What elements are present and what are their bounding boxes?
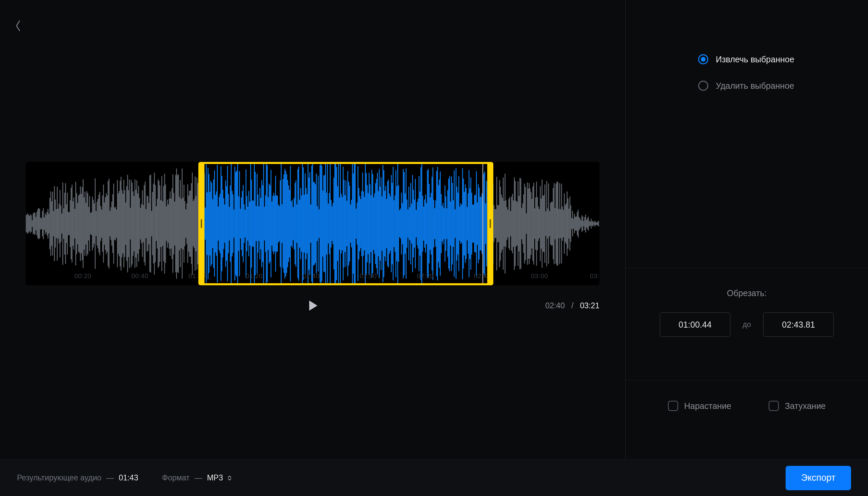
updown-chevron-icon	[227, 475, 232, 481]
radio-circle-icon	[698, 81, 708, 91]
dash: —	[106, 473, 114, 482]
bottom-bar: Результирующее аудио — 01:43 Формат — MP…	[0, 460, 868, 496]
waveform-svg	[26, 162, 599, 285]
result-duration: 01:43	[119, 473, 138, 482]
fade-in-label: Нарастание	[684, 401, 731, 411]
svg-marker-620	[309, 300, 317, 311]
app-root: 00:2000:4001:0001:2001:4002:0002:2002:40…	[0, 0, 868, 496]
chevron-left-icon	[15, 20, 22, 32]
waveform-background: 00:2000:4001:0001:2001:4002:0002:2002:40…	[26, 162, 599, 285]
fade-out-checkbox[interactable]: Затухание	[769, 401, 826, 411]
radio-label: Удалить выбранное	[716, 81, 794, 91]
result-audio-info: Результирующее аудио — 01:43	[17, 473, 138, 482]
time-readout: 02:40 / 03:21	[545, 301, 599, 310]
transport-bar: 02:40 / 03:21	[26, 295, 599, 316]
radio-label: Извлечь выбранное	[716, 55, 794, 64]
time-separator	[567, 301, 571, 310]
fade-out-label: Затухание	[785, 401, 826, 411]
format-value: MP3	[207, 473, 223, 482]
editor-pane: 00:2000:4001:0001:2001:4002:0002:2002:40…	[0, 0, 625, 460]
playhead[interactable]	[482, 164, 483, 283]
trim-title: Обрезать:	[626, 288, 868, 298]
radio-circle-icon	[698, 54, 708, 64]
mode-radio-extract[interactable]: Извлечь выбранное	[698, 54, 868, 64]
current-time: 02:40	[545, 301, 565, 310]
side-panel: Извлечь выбранноеУдалить выбранное Обрез…	[625, 0, 868, 460]
format-label: Формат	[162, 473, 190, 482]
play-button[interactable]	[306, 299, 319, 312]
checkbox-box-icon	[769, 401, 779, 411]
trim-section: Обрезать: до	[626, 268, 868, 337]
fade-row: Нарастание Затухание	[626, 380, 868, 411]
play-icon	[306, 299, 319, 312]
main-row: 00:2000:4001:0001:2001:4002:0002:2002:40…	[0, 0, 868, 460]
trim-row: до	[626, 312, 868, 337]
result-label: Результирующее аудио	[17, 473, 101, 482]
checkbox-box-icon	[668, 401, 678, 411]
mode-radio-delete[interactable]: Удалить выбранное	[698, 81, 868, 91]
trim-to-input[interactable]	[763, 312, 834, 337]
dash: —	[194, 473, 202, 482]
trim-to-label: до	[743, 320, 751, 329]
export-button[interactable]: Экспорт	[785, 466, 851, 490]
trim-from-input[interactable]	[660, 312, 730, 337]
format-selector: Формат — MP3	[162, 473, 232, 482]
total-time: 03:21	[580, 301, 599, 310]
waveform-zone[interactable]: 00:2000:4001:0001:2001:4002:0002:2002:40…	[26, 162, 599, 285]
mode-radio-group: Извлечь выбранноеУдалить выбранное	[626, 54, 868, 91]
fade-in-checkbox[interactable]: Нарастание	[668, 401, 731, 411]
format-value-button[interactable]: MP3	[207, 473, 231, 482]
back-button[interactable]	[12, 19, 25, 32]
